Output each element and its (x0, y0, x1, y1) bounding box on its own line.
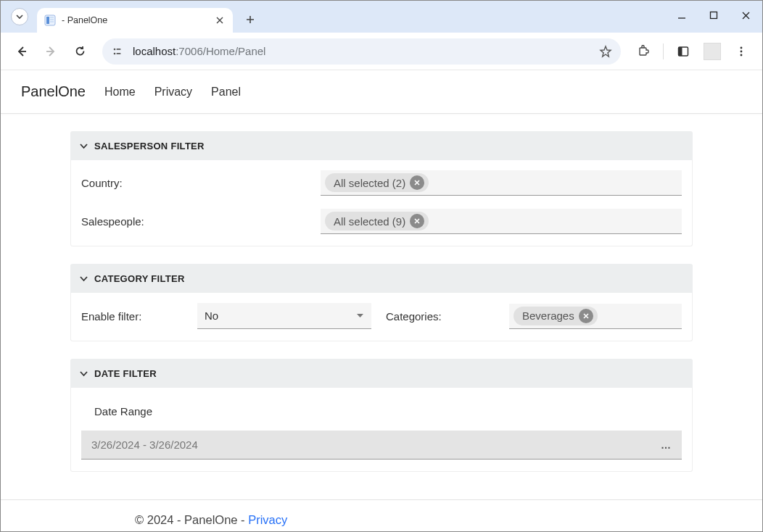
panel-title: CATEGORY FILTER (94, 273, 185, 284)
window-maximize-button[interactable] (701, 5, 726, 25)
date-range-value: 3/26/2024 - 3/26/2024 (91, 439, 198, 451)
forward-button[interactable] (38, 39, 63, 64)
date-range-input[interactable]: 3/26/2024 - 3/26/2024 … (81, 431, 682, 460)
browser-toolbar: localhost:7006/Home/Panel (1, 33, 762, 70)
label-salespeople: Salespeople: (81, 215, 321, 228)
svg-point-13 (741, 50, 743, 52)
content: SALESPERSON FILTER Country: All selected… (66, 131, 697, 472)
brand[interactable]: PanelOne (21, 83, 86, 100)
navlink-panel[interactable]: Panel (211, 86, 241, 99)
categories-chip: Beverages (514, 307, 598, 325)
caret-down-icon (356, 312, 364, 320)
new-tab-button[interactable] (240, 9, 260, 30)
svg-point-12 (741, 46, 743, 49)
panel-title: SALESPERSON FILTER (94, 141, 205, 151)
browser-menu-button[interactable] (729, 39, 754, 64)
salespeople-chip: All selected (9) (325, 212, 429, 230)
country-multiselect[interactable]: All selected (2) (321, 170, 682, 196)
country-chip-clear-icon[interactable] (410, 175, 424, 190)
profile-button[interactable] (700, 39, 725, 64)
svg-rect-5 (711, 12, 717, 19)
site-info-icon[interactable] (110, 43, 125, 59)
svg-point-8 (114, 52, 116, 54)
salespeople-multiselect[interactable]: All selected (9) (321, 209, 682, 234)
label-country: Country: (81, 177, 321, 189)
tab-close-button[interactable] (214, 14, 226, 26)
page-viewport: PanelOne Home Privacy Panel SALESPERSON … (1, 70, 762, 531)
categories-chip-text: Beverages (522, 309, 574, 322)
chevron-down-icon (79, 274, 88, 283)
panel-body-salesperson: Country: All selected (2) Salespeople: (70, 160, 693, 246)
svg-rect-2 (50, 17, 54, 18)
chevron-down-icon (79, 141, 88, 151)
label-enable-filter: Enable filter: (81, 310, 197, 323)
panel-header-date[interactable]: DATE FILTER (70, 359, 693, 388)
svg-rect-1 (46, 17, 49, 24)
svg-rect-11 (679, 47, 682, 56)
sidepanel-button[interactable] (671, 39, 696, 64)
svg-rect-7 (117, 49, 121, 50)
bookmark-star-icon[interactable] (598, 43, 614, 59)
svg-rect-4 (50, 21, 54, 22)
country-chip-text: All selected (2) (334, 177, 405, 189)
label-categories: Categories: (386, 310, 509, 323)
window-close-button[interactable] (733, 5, 758, 25)
footer-text: © 2024 - PanelOne - (135, 513, 248, 526)
tab-title: - PanelOne (62, 15, 208, 25)
categories-chip-clear-icon[interactable] (579, 309, 593, 323)
extensions-button[interactable] (631, 39, 656, 64)
salespeople-chip-text: All selected (9) (334, 215, 405, 228)
panel-body-date: Date Range 3/26/2024 - 3/26/2024 … (70, 388, 693, 472)
svg-point-14 (741, 54, 743, 56)
site-navbar: PanelOne Home Privacy Panel (1, 70, 762, 114)
svg-rect-3 (50, 19, 54, 20)
svg-point-6 (114, 48, 116, 50)
chevron-down-icon (79, 369, 88, 378)
panel-header-salesperson[interactable]: SALESPERSON FILTER (70, 131, 693, 160)
enable-filter-value: No (205, 309, 218, 322)
back-button[interactable] (9, 39, 34, 64)
salespeople-chip-clear-icon[interactable] (410, 214, 424, 228)
footer-privacy-link[interactable]: Privacy (248, 513, 287, 526)
country-chip: All selected (2) (325, 173, 429, 192)
panel-body-category: Enable filter: No Categories: Beverages (70, 293, 693, 341)
browser-tab[interactable]: - PanelOne (37, 8, 233, 33)
tab-search-button[interactable] (11, 8, 28, 25)
navlink-privacy[interactable]: Privacy (154, 86, 192, 99)
reload-button[interactable] (67, 39, 92, 64)
navlink-home[interactable]: Home (104, 86, 136, 99)
toolbar-separator (663, 43, 664, 59)
svg-rect-9 (117, 53, 121, 54)
window-controls (669, 5, 758, 25)
label-date-range: Date Range (94, 405, 682, 417)
panel-title: DATE FILTER (94, 368, 157, 379)
date-range-more-icon[interactable]: … (661, 439, 672, 451)
address-bar-text: localhost:7006/Home/Panel (133, 45, 590, 57)
footer: © 2024 - PanelOne - Privacy (55, 500, 708, 527)
address-bar[interactable]: localhost:7006/Home/Panel (102, 38, 621, 65)
tab-favicon-icon (44, 14, 56, 26)
categories-multiselect[interactable]: Beverages (509, 304, 682, 329)
enable-filter-dropdown[interactable]: No (197, 303, 371, 329)
browser-tabstrip: - PanelOne (1, 1, 762, 33)
window-minimize-button[interactable] (669, 5, 694, 25)
panel-header-category[interactable]: CATEGORY FILTER (70, 264, 693, 293)
